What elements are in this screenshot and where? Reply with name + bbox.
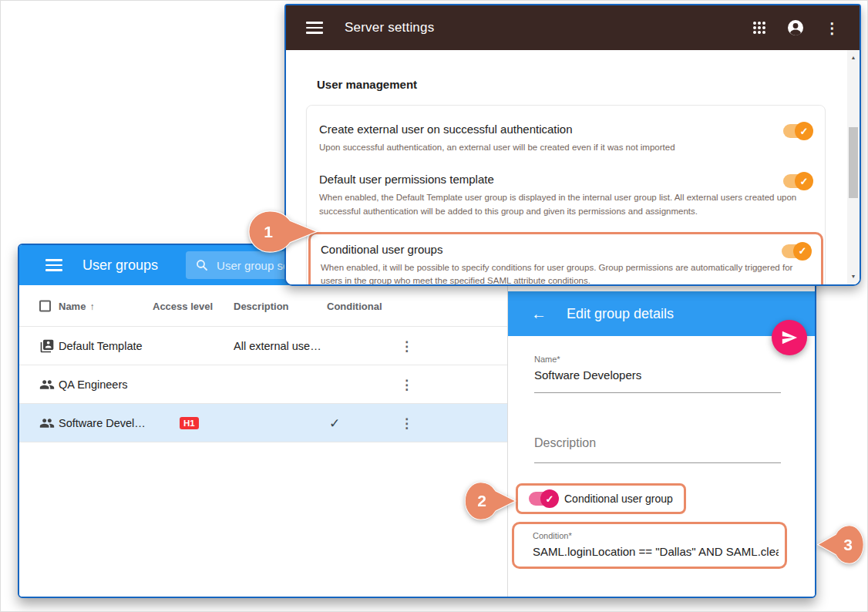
- name-field-value: Software Developers: [534, 368, 781, 382]
- row-menu-icon[interactable]: ⋮: [400, 376, 413, 392]
- table-row-selected[interactable]: Software Devel… H1 ✓ ⋮: [19, 404, 507, 442]
- annotation-step-2: 2: [462, 481, 517, 521]
- conditional-group-toggle-label: Conditional user group: [564, 493, 673, 505]
- edit-group-panel: ← Edit group details Name* Software Deve…: [508, 285, 815, 597]
- toggle-check-icon: ✓: [540, 489, 559, 508]
- screenshot-canvas: User groups User group search Name↑ Acce…: [0, 0, 868, 612]
- field-underline: [534, 462, 781, 463]
- setting-row: Create external user on successful authe…: [307, 112, 825, 162]
- conditional-check-icon: ✓: [329, 415, 340, 431]
- setting-toggle[interactable]: ✓: [783, 124, 809, 138]
- column-header-name[interactable]: Name↑: [59, 300, 94, 311]
- table-row[interactable]: Default Template All external use… ⋮: [19, 327, 507, 365]
- account-icon[interactable]: [786, 18, 805, 37]
- name-field-label: Name*: [534, 355, 781, 364]
- send-icon: [781, 329, 798, 346]
- toggle-check-icon: ✓: [795, 122, 813, 140]
- more-options-icon[interactable]: ⋮: [825, 21, 839, 35]
- setting-description: When enabled, the Default Template user …: [319, 191, 812, 218]
- app-bar-actions: ⋮: [752, 18, 839, 37]
- section-title: User management: [317, 78, 826, 91]
- condition-field[interactable]: Condition* SAML.loginLocation == "Dallas…: [533, 531, 779, 558]
- setting-row: Default user permissions template When e…: [307, 162, 825, 226]
- column-header-conditional[interactable]: Conditional: [327, 300, 382, 311]
- server-settings-app-bar: Server settings ⋮: [286, 5, 860, 50]
- scroll-up-icon[interactable]: ▲: [847, 52, 860, 64]
- column-header-access-level[interactable]: Access level: [153, 300, 213, 311]
- group-description: All external use…: [234, 340, 321, 352]
- sort-asc-icon: ↑: [89, 301, 94, 311]
- condition-field-label: Condition*: [533, 531, 779, 540]
- annotation-step-1: 1: [244, 210, 319, 254]
- server-settings-window: Server settings ⋮ User: [284, 4, 861, 286]
- setting-description: Upon successful authentication, an exter…: [319, 141, 812, 154]
- user-groups-content: Name↑ Access level Description Condition…: [19, 285, 815, 597]
- menu-icon[interactable]: [45, 259, 62, 271]
- server-settings-title: Server settings: [345, 20, 434, 35]
- save-fab-button[interactable]: [772, 320, 807, 355]
- menu-icon[interactable]: [306, 22, 323, 34]
- toggle-check-icon: ✓: [793, 242, 812, 261]
- user-groups-window: User groups User group search Name↑ Acce…: [18, 244, 816, 598]
- back-arrow-icon[interactable]: ←: [531, 305, 547, 323]
- apps-grid-icon[interactable]: [752, 21, 766, 35]
- setting-label: Create external user on successful authe…: [319, 123, 812, 136]
- contact-card-icon: [39, 338, 55, 354]
- annotation-number: 1: [255, 223, 281, 241]
- scrollbar-thumb[interactable]: [849, 127, 858, 198]
- search-icon: [195, 258, 209, 272]
- row-menu-icon[interactable]: ⋮: [400, 415, 413, 431]
- field-underline: [534, 392, 781, 393]
- user-groups-table: Name↑ Access level Description Condition…: [19, 285, 508, 597]
- group-icon: [39, 415, 55, 431]
- condition-field-highlight: Condition* SAML.loginLocation == "Dallas…: [512, 522, 787, 569]
- server-settings-body: User management Create external user on …: [286, 50, 860, 284]
- group-name: Default Template: [59, 340, 143, 352]
- annotation-step-3: 3: [816, 524, 866, 565]
- condition-field-value: SAML.loginLocation == "Dallas" AND SAML.…: [533, 545, 779, 558]
- column-header-description[interactable]: Description: [234, 300, 289, 311]
- group-name: QA Engineers: [59, 378, 127, 391]
- setting-label: Default user permissions template: [319, 173, 812, 186]
- description-placeholder: Description: [534, 436, 781, 450]
- setting-toggle[interactable]: ✓: [783, 174, 809, 188]
- edit-group-form: Name* Software Developers Description ✓ …: [508, 336, 815, 597]
- row-menu-icon[interactable]: ⋮: [400, 338, 413, 354]
- setting-toggle[interactable]: ✓: [782, 244, 808, 258]
- annotation-number: 2: [469, 492, 495, 510]
- annotation-number: 3: [835, 536, 861, 554]
- table-header-row: Name↑ Access level Description Condition…: [19, 285, 507, 327]
- toggle-check-icon: ✓: [795, 172, 813, 190]
- conditional-group-toggle[interactable]: ✓: [529, 492, 555, 506]
- scrollbar[interactable]: ▲ ▼: [847, 50, 860, 284]
- conditional-group-toggle-highlight: ✓ Conditional user group: [516, 483, 686, 514]
- group-icon: [39, 377, 55, 392]
- access-level-badge: H1: [180, 417, 199, 429]
- edit-panel-title: Edit group details: [567, 306, 674, 322]
- setting-description: When enabled, it will be possible to spe…: [321, 261, 811, 284]
- group-name: Software Devel…: [59, 417, 146, 429]
- user-groups-title: User groups: [82, 257, 158, 274]
- setting-label: Conditional user groups: [321, 243, 811, 256]
- table-row[interactable]: QA Engineers ⋮: [19, 365, 507, 404]
- settings-card: Create external user on successful authe…: [306, 105, 826, 284]
- edit-panel-app-bar: ← Edit group details: [508, 291, 815, 336]
- setting-row-highlighted: Conditional user groups When enabled, it…: [308, 232, 823, 284]
- select-all-checkbox[interactable]: [39, 300, 51, 311]
- name-field[interactable]: Name* Software Developers: [534, 355, 781, 393]
- scroll-down-icon[interactable]: ▼: [847, 271, 860, 283]
- description-field[interactable]: Description: [534, 436, 781, 463]
